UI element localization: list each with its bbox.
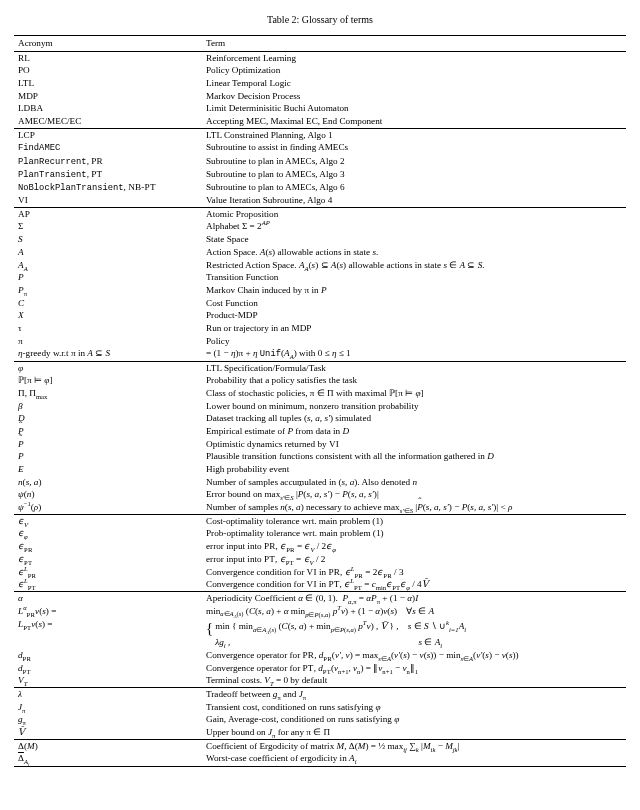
table-row: ϵLPTConvergence condition for VI in PT, …	[14, 579, 626, 592]
term-cell: Optimistic dynamics returned by VI	[202, 438, 626, 451]
table-row: LPTv(s) ={ min { mina∈AA(s) (C(s, a) + m…	[14, 618, 626, 649]
table-row: ΔAiWorst-case coefficient of ergodicity …	[14, 753, 626, 767]
acronym-cell: V̄	[14, 727, 202, 740]
table-row: JπTransient cost, conditioned on runs sa…	[14, 701, 626, 714]
acronym-cell: P	[14, 272, 202, 285]
term-cell: Convergence operator for PR, dPR(v′, v) …	[202, 649, 626, 662]
term-cell: State Space	[202, 234, 626, 247]
table-row: RLReinforcement Learning	[14, 52, 626, 65]
acronym-cell: RL	[14, 52, 202, 65]
term-cell: = (1 − η)π + η Unif(AA) with 0 ≤ η ≤ 1	[202, 348, 626, 362]
acronym-cell: MDP	[14, 90, 202, 103]
term-cell: Markov Decision Process	[202, 90, 626, 103]
acronym-cell: λ	[14, 688, 202, 701]
table-row: AARestricted Action Space. AA(s) ⊆ A(s) …	[14, 259, 626, 272]
term-cell: Probability that a policy satisfies the …	[202, 375, 626, 388]
acronym-cell: AA	[14, 259, 202, 272]
acronym-cell: φ	[14, 361, 202, 374]
table-row: ϵVCost-optimality tolerance wrt. main pr…	[14, 515, 626, 528]
term-cell: Aperiodicity Coefficient α ∈ (0, 1). Pα,…	[202, 592, 626, 605]
table-caption: Table 2: Glossary of terms	[14, 14, 626, 27]
table-row: ψ(n)Error bound on maxs′∈S |P(s, a, s′) …	[14, 489, 626, 502]
term-cell: Policy Optimization	[202, 65, 626, 78]
table-row: πPolicy	[14, 335, 626, 348]
term-cell: Number of samples n(s, a) necessary to a…	[202, 501, 626, 514]
acronym-cell: AMEC/MEC/EC	[14, 115, 202, 128]
acronym-cell: ℙ[π ⊨ φ]	[14, 375, 202, 388]
table-row: ψ−1(ρ)Number of samples n(s, a) necessar…	[14, 501, 626, 514]
table-row: PTransition Function	[14, 272, 626, 285]
table-row: EHigh probability event	[14, 463, 626, 476]
acronym-cell: ϵLPT	[14, 579, 202, 592]
table-row: V̄Upper bound on Jπ for any π ∈ Π	[14, 727, 626, 740]
term-cell: Cost Function	[202, 297, 626, 310]
term-cell: Subroutine to plan to AMECs, Algo 6	[202, 181, 626, 194]
term-cell: Upper bound on Jπ for any π ∈ Π	[202, 727, 626, 740]
table-row: αAperiodicity Coefficient α ∈ (0, 1). Pα…	[14, 592, 626, 605]
acronym-cell: A	[14, 246, 202, 259]
acronym-cell: LTL	[14, 77, 202, 90]
table-row: ϵPRerror input into PR, ϵPR = ϵV / 2ϵφ	[14, 541, 626, 554]
table-row: Δ(M)Coefficient of Ergodicity of matrix …	[14, 740, 626, 753]
table-row: DDataset tracking all tuples (s, a, s′) …	[14, 413, 626, 426]
term-cell: Class of stochastic policies, π ∈ Π with…	[202, 387, 626, 400]
term-cell: Run or trajectory in an MDP	[202, 322, 626, 335]
acronym-cell: VT	[14, 675, 202, 688]
acronym-cell: S	[14, 234, 202, 247]
acronym-cell: PlanRecurrent, PR	[14, 155, 202, 168]
acronym-cell: PlanTransient, PT	[14, 168, 202, 181]
term-cell: Prob-optimality tolerance wrt. main prob…	[202, 528, 626, 541]
term-cell: Convergence condition for VI in PR, ϵLPR…	[202, 566, 626, 579]
table-row: ΣAlphabet Σ = 2AP	[14, 221, 626, 234]
table-row: APAtomic Proposition	[14, 208, 626, 221]
term-cell: Value Iteration Subroutine, Algo 4	[202, 195, 626, 208]
acronym-cell: VI	[14, 195, 202, 208]
acronym-cell: Jπ	[14, 701, 202, 714]
term-cell: Worst-case coefficient of ergodicity in …	[202, 753, 626, 767]
acronym-cell: Π, Πmax	[14, 387, 202, 400]
acronym-cell: η-greedy w.r.t π in A ⊆ S	[14, 348, 202, 362]
term-cell: Subroutine to plan in AMECs, Algo 2	[202, 155, 626, 168]
table-row: POPolicy Optimization	[14, 65, 626, 78]
table-row: SState Space	[14, 234, 626, 247]
acronym-cell: n(s, a)	[14, 476, 202, 489]
term-cell: Dataset tracking all tuples (s, a, s′) s…	[202, 413, 626, 426]
term-cell: Cost-optimality tolerance wrt. main prob…	[202, 515, 626, 528]
acronym-cell: X	[14, 310, 202, 323]
term-cell: Subroutine to plan to AMECs, Algo 3	[202, 168, 626, 181]
table-row: LCPLTL Constrained Planning, Algo 1	[14, 129, 626, 142]
term-cell: mina∈AA(s) (C(s, a) + α minp∈P(s,a) pTv)…	[202, 605, 626, 618]
table-row: POptimistic dynamics returned by VI	[14, 438, 626, 451]
term-cell: Action Space. A(s) allowable actions in …	[202, 246, 626, 259]
term-cell: Restricted Action Space. AA(s) ⊆ A(s) al…	[202, 259, 626, 272]
acronym-cell: τ	[14, 322, 202, 335]
acronym-cell: LPTv(s) =	[14, 618, 202, 649]
acronym-cell: gπ	[14, 714, 202, 727]
header-term: Term	[202, 35, 626, 52]
table-row: η-greedy w.r.t π in A ⊆ S= (1 − η)π + η …	[14, 348, 626, 362]
acronym-cell: dPR	[14, 649, 202, 662]
acronym-cell: FindAMEC	[14, 142, 202, 155]
header-acronym: Acronym	[14, 35, 202, 52]
acronym-cell: D	[14, 413, 202, 426]
acronym-cell: dPT	[14, 662, 202, 675]
term-cell: Limit Determinisitic Buchi Automaton	[202, 103, 626, 116]
acronym-cell: α	[14, 592, 202, 605]
term-cell: error input into PR, ϵPR = ϵV / 2ϵφ	[202, 541, 626, 554]
table-row: XProduct-MDP	[14, 310, 626, 323]
table-row: τRun or trajectory in an MDP	[14, 322, 626, 335]
table-row: PPlausible transition functions consiste…	[14, 451, 626, 464]
acronym-cell: E	[14, 463, 202, 476]
term-cell: Plausible transition functions consisten…	[202, 451, 626, 464]
term-cell: Error bound on maxs′∈S |P(s, a, s′) − P(…	[202, 489, 626, 502]
term-cell: Empirical estimate of P from data in D	[202, 425, 626, 438]
table-row: PlanRecurrent, PRSubroutine to plan in A…	[14, 155, 626, 168]
acronym-cell: C	[14, 297, 202, 310]
table-row: VIValue Iteration Subroutine, Algo 4	[14, 195, 626, 208]
acronym-cell: LCP	[14, 129, 202, 142]
table-row: VTTerminal costs. VT = 0 by default	[14, 675, 626, 688]
table-row: AAction Space. A(s) allowable actions in…	[14, 246, 626, 259]
term-cell: Transient cost, conditioned on runs sati…	[202, 701, 626, 714]
acronym-cell: Pπ	[14, 284, 202, 297]
term-cell: Policy	[202, 335, 626, 348]
